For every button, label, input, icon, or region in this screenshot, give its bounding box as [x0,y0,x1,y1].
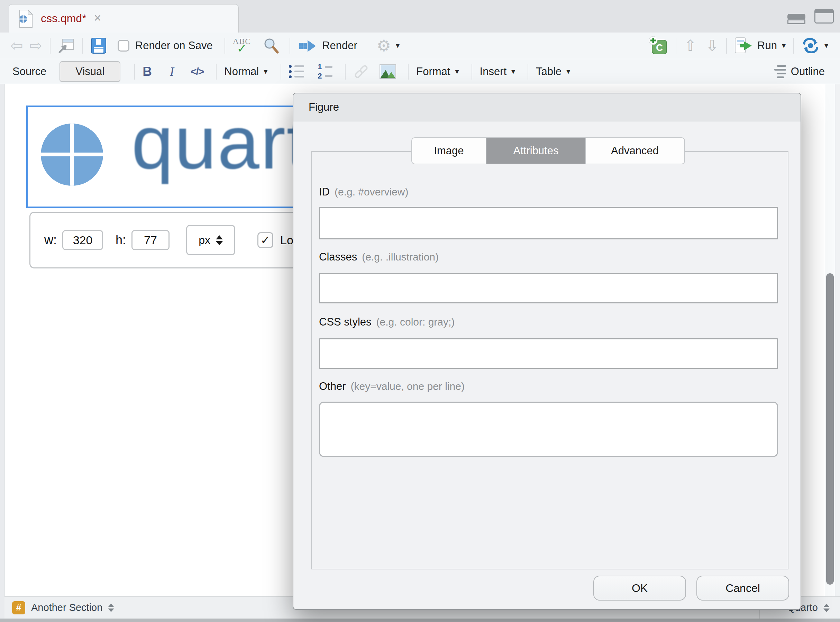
other-input[interactable] [319,402,778,457]
open-in-new-window-icon[interactable] [58,38,75,53]
separator [134,64,135,79]
table-menu[interactable]: Table [536,66,561,78]
render-icon[interactable] [298,38,317,53]
classes-input[interactable] [319,273,778,303]
format-caret-icon[interactable]: ▾ [455,67,459,76]
separator [82,38,83,53]
other-field-label: Other(key=value, one per line) [319,380,465,393]
classes-field-label: Classes(e.g. .illustration) [319,251,439,263]
insert-caret-icon[interactable]: ▾ [511,67,515,76]
run-icon[interactable] [735,37,753,54]
bullet-list-icon[interactable] [289,65,304,78]
separator [345,64,346,79]
dialog-tab-group: Image Attributes Advanced [412,137,685,164]
height-label: h: [116,233,126,247]
separator [471,64,472,79]
sync-options-caret-icon[interactable]: ▾ [825,41,828,50]
separator [224,38,225,53]
tab-close-icon[interactable]: × [94,12,101,24]
table-caret-icon[interactable]: ▾ [566,67,570,76]
numbered-list-icon[interactable]: 1 2 [317,63,332,79]
dialog-title: Figure [293,93,800,121]
right-margin-strip [835,84,840,619]
render-on-save-checkbox[interactable] [117,40,130,52]
ok-button[interactable]: OK [593,576,686,601]
render-button[interactable]: Render [322,40,357,52]
back-icon[interactable]: ⇦ [11,38,23,53]
tab-advanced[interactable]: Advanced [585,138,684,164]
format-selector-arrows-icon [823,604,829,612]
svg-text:C: C [656,42,663,53]
paragraph-style-dropdown[interactable]: Normal [224,66,259,78]
source-sync-icon[interactable] [802,38,820,53]
section-breadcrumb[interactable]: Another Section [31,602,102,613]
render-options-caret-icon[interactable]: ▾ [396,41,399,50]
separator [408,64,409,79]
maximize-icon[interactable] [814,9,834,23]
main-toolbar: ⇦ ⇨ Render on Save ABC ✓ [0,32,840,59]
italic-icon[interactable]: I [170,64,174,79]
link-icon[interactable] [353,65,369,79]
tab-css-qmd[interactable]: css.qmd* × [9,4,239,32]
id-input[interactable] [319,207,778,239]
visual-mode-button[interactable]: Visual [59,61,120,82]
rstudio-window: css.qmd* × ⇦ ⇨ Render on Save ABC ✓ [0,0,840,622]
select-arrows-icon [216,235,223,245]
image-icon[interactable] [380,64,396,79]
gear-icon[interactable]: ⚙ [377,38,391,53]
section-selector-arrows-icon[interactable] [108,604,114,612]
run-button[interactable]: Run [757,40,777,52]
bold-icon[interactable]: B [143,64,152,79]
insert-menu[interactable]: Insert [480,66,507,78]
window-bottom-edge [0,619,840,622]
separator [50,38,50,53]
css-styles-input[interactable] [319,338,778,369]
tab-attributes[interactable]: Attributes [486,138,585,164]
tab-filename: css.qmd* [41,12,87,25]
unit-select[interactable]: px [186,225,235,255]
code-icon[interactable]: </> [191,66,203,78]
source-mode-button[interactable]: Source [12,66,46,78]
section-hash-icon: # [12,601,25,614]
quarto-logo-mark [41,123,103,186]
separator [676,38,676,53]
id-field-label: ID(e.g. #overview) [319,186,408,198]
insert-chunk-icon[interactable]: C [649,36,668,55]
save-icon[interactable] [91,37,107,54]
separator [527,64,528,79]
separator [726,38,727,53]
tab-image[interactable]: Image [412,138,486,164]
pane-window-controls [787,0,834,32]
search-icon[interactable] [263,37,279,54]
forward-icon[interactable]: ⇨ [29,38,42,53]
height-input[interactable] [131,230,169,250]
outline-icon [774,65,786,78]
run-options-caret-icon[interactable]: ▾ [782,41,786,50]
css-styles-field-label: CSS styles(e.g. color: gray;) [319,316,454,328]
jump-next-chunk-icon[interactable]: ⇩ [706,38,718,53]
lock-ratio-checkbox[interactable]: ✓ [258,232,273,248]
render-on-save-label: Render on Save [135,40,213,52]
separator [290,38,290,53]
minimize-icon[interactable] [787,14,805,19]
separator [216,64,216,79]
cancel-button[interactable]: Cancel [697,576,789,601]
width-input[interactable] [62,230,103,250]
separator [281,64,281,79]
style-caret-icon[interactable]: ▾ [264,67,267,76]
width-label: w: [44,233,57,247]
jump-previous-chunk-icon[interactable]: ⇧ [684,38,697,53]
spellcheck-icon[interactable]: ABC ✓ [233,38,251,53]
figure-dialog: Figure Image Attributes Advanced ID(e.g.… [293,93,801,610]
separator [793,38,794,53]
vertical-scrollbar-thumb[interactable] [826,273,834,585]
outline-toggle[interactable]: Outline [791,66,825,78]
format-toolbar: Source Visual B I </> Normal ▾ 1 2 [0,59,840,84]
format-menu[interactable]: Format [416,66,450,78]
quarto-file-icon [18,9,33,28]
editor-tab-bar: css.qmd* × [0,0,840,33]
check-icon: ✓ [261,233,271,247]
